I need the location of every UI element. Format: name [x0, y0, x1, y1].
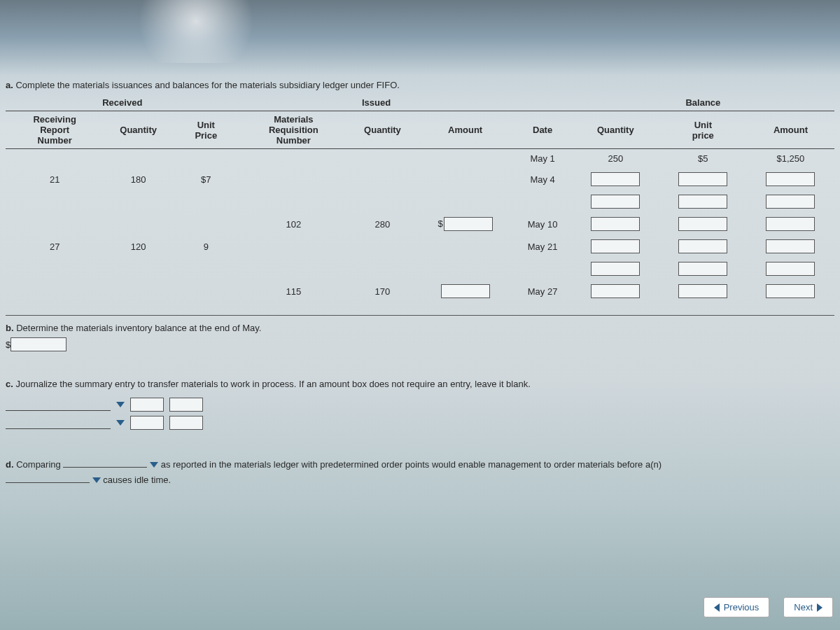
recv-report [6, 280, 104, 302]
prompt-b-label: b. [6, 323, 14, 333]
table-row: 21180$7May 4 [6, 168, 834, 190]
iss-amt-input[interactable] [441, 284, 490, 298]
bal-amt-input-cell [747, 280, 834, 302]
section-received: Received [6, 94, 239, 111]
previous-label: Previous [724, 602, 760, 612]
bal-price-input-cell [659, 280, 747, 302]
bal-amt-input[interactable] [766, 195, 815, 209]
recv-price [173, 280, 239, 302]
previous-button[interactable]: Previous [704, 597, 770, 617]
d-text2: as reported in the materials ledger with… [161, 459, 662, 470]
recv-report [6, 149, 104, 169]
recv-qty [104, 258, 173, 280]
debit-input-2[interactable] [130, 416, 164, 430]
hdr-bal-amt: Amount [747, 111, 834, 149]
question-b: b. Determine the materials inventory bal… [6, 323, 834, 351]
recv-qty [104, 280, 173, 302]
bal-price-input[interactable] [678, 284, 727, 298]
bal-price-input[interactable] [678, 195, 727, 209]
bal-amt-input[interactable] [766, 262, 815, 276]
chevron-right-icon [817, 603, 822, 612]
hdr-bal-qty: Quantity [572, 111, 659, 149]
b-input[interactable] [10, 337, 66, 351]
recv-price [173, 149, 239, 169]
recv-qty [104, 190, 173, 213]
prompt-c: c. Journalize the summary entry to trans… [6, 379, 834, 389]
bal-qty-input[interactable] [591, 217, 640, 231]
bal-price-input-cell [659, 258, 747, 280]
debit-input-1[interactable] [130, 398, 164, 412]
bal-qty-input[interactable] [591, 262, 640, 276]
bal-price-input[interactable] [678, 262, 727, 276]
bal-price-input-cell [659, 235, 747, 258]
account-line-2 [6, 416, 111, 429]
prompt-c-label: c. [6, 379, 13, 389]
bal-amt-input[interactable] [766, 284, 815, 298]
req-no [239, 235, 349, 258]
bal-amt-input[interactable] [766, 172, 815, 186]
bal-price-input[interactable] [678, 172, 727, 186]
iss-amt [417, 149, 514, 169]
question-c: c. Journalize the summary entry to trans… [6, 379, 834, 434]
req-no [239, 190, 349, 213]
account-dropdown-1[interactable] [116, 402, 125, 407]
req-no [239, 168, 349, 190]
iss-qty [348, 190, 417, 213]
bal-qty-input[interactable] [591, 195, 640, 209]
account-line-1 [6, 398, 111, 411]
bal-qty-input-cell [572, 235, 659, 258]
hdr-iss-qty: Quantity [348, 111, 417, 149]
prompt-a-text: Complete the materials issuances and bal… [15, 80, 399, 90]
iss-amt-input-cell [417, 280, 514, 302]
d-text1: Comparing [16, 459, 61, 470]
iss-amt [417, 258, 514, 280]
iss-amt-input-cell: $ [417, 213, 514, 235]
bal-price-input[interactable] [678, 239, 727, 253]
iss-qty [348, 258, 417, 280]
dollar-prefix: $ [438, 218, 443, 229]
bal-qty-input[interactable] [591, 284, 640, 298]
recv-qty [104, 213, 173, 235]
bal-amt-input[interactable] [766, 217, 815, 231]
prompt-a: a. Complete the materials issuances and … [6, 80, 834, 90]
date [513, 190, 571, 213]
bal-amt: $1,250 [747, 149, 834, 169]
bal-amt-input[interactable] [766, 239, 815, 253]
bal-qty-input[interactable] [591, 239, 640, 253]
recv-report [6, 258, 104, 280]
section-balance: Balance [572, 94, 834, 111]
hdr-recv-qty: Quantity [104, 111, 173, 149]
prompt-d-label: d. [6, 459, 14, 470]
iss-qty: 280 [348, 213, 417, 235]
bal-price-input[interactable] [678, 217, 727, 231]
table-row [6, 258, 834, 280]
bal-qty-input[interactable] [591, 172, 640, 186]
account-dropdown-2[interactable] [116, 420, 125, 426]
d-blank-2 [6, 473, 90, 483]
iss-qty [348, 149, 417, 169]
recv-report: 27 [6, 235, 104, 258]
prompt-b-text: Determine the materials inventory balanc… [16, 323, 261, 333]
ledger-table: Received Issued Balance Receiving Report… [6, 94, 834, 302]
prompt-b: b. Determine the materials inventory bal… [6, 323, 834, 333]
iss-amt [417, 168, 514, 190]
credit-input-1[interactable] [169, 398, 203, 412]
iss-qty [348, 235, 417, 258]
iss-amt [417, 235, 514, 258]
bal-qty: 250 [572, 149, 659, 169]
credit-input-2[interactable] [169, 416, 203, 430]
iss-amt-input[interactable] [444, 217, 493, 231]
d-dropdown-2[interactable] [92, 477, 101, 483]
table-row: May 1250$5$1,250 [6, 149, 834, 169]
bal-qty-input-cell [572, 190, 659, 213]
hdr-recv-price: Unit Price [173, 111, 239, 149]
hdr-req-no: Materials Requisition Number [239, 111, 349, 149]
bal-price-input-cell [659, 213, 747, 235]
recv-price [173, 213, 239, 235]
req-no: 102 [239, 213, 349, 235]
d-dropdown-1[interactable] [150, 462, 158, 468]
date: May 27 [513, 280, 571, 302]
recv-report [6, 213, 104, 235]
next-button[interactable]: Next [783, 597, 833, 617]
date: May 4 [513, 168, 571, 190]
